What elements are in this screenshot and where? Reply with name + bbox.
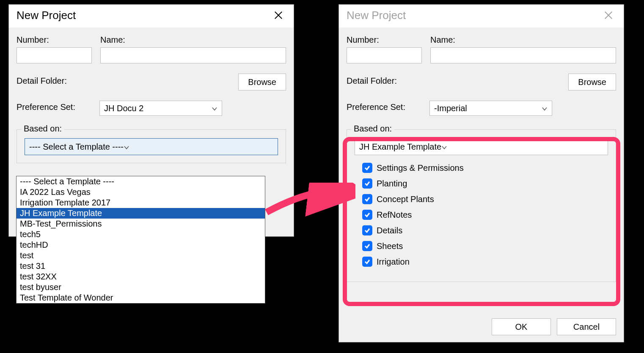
based-on-group: Based on: JH Example Template Settings &… bbox=[347, 129, 616, 282]
template-dropdown-list[interactable]: ---- Select a Template ----IA 2022 Las V… bbox=[16, 176, 265, 304]
chevron-down-icon bbox=[441, 142, 447, 152]
check-row: Details bbox=[362, 225, 608, 235]
pref-set-value: JH Docu 2 bbox=[104, 104, 143, 113]
number-label: Number: bbox=[17, 35, 92, 45]
close-button[interactable] bbox=[601, 8, 616, 23]
chevron-down-icon bbox=[124, 142, 129, 152]
dropdown-option[interactable]: Test Template of Wonder bbox=[17, 293, 265, 303]
based-on-legend: Based on: bbox=[21, 124, 64, 134]
check-row: Settings & Permissions bbox=[362, 163, 608, 173]
based-on-group: Based on: ---- Select a Template ---- bbox=[17, 129, 286, 163]
check-label: Details bbox=[377, 226, 402, 235]
check-row: RefNotes bbox=[362, 210, 608, 220]
checkbox[interactable] bbox=[362, 225, 372, 235]
dropdown-option[interactable]: MB-Test_Permissions bbox=[17, 219, 265, 229]
dialog-new-project-right: New Project Number: Name: Detail Folder:… bbox=[339, 4, 624, 342]
check-row: Irrigation bbox=[362, 257, 608, 267]
detail-folder-label: Detail Folder: bbox=[347, 76, 429, 86]
check-icon bbox=[364, 243, 371, 249]
template-select[interactable]: JH Example Template bbox=[355, 138, 608, 155]
based-on-legend: Based on: bbox=[351, 124, 394, 134]
dropdown-option[interactable]: test bbox=[17, 250, 265, 261]
checkbox[interactable] bbox=[362, 194, 372, 204]
check-icon bbox=[364, 227, 371, 234]
browse-button[interactable]: Browse bbox=[238, 74, 286, 90]
check-icon bbox=[364, 211, 371, 218]
dialog-body: Number: Name: Detail Folder: Browse Pref… bbox=[339, 27, 624, 314]
pref-set-select[interactable]: JH Docu 2 bbox=[99, 101, 222, 116]
checkbox[interactable] bbox=[362, 178, 372, 189]
name-label: Name: bbox=[100, 35, 286, 45]
pref-set-value: -Imperial bbox=[434, 104, 467, 113]
dropdown-option[interactable]: tech5 bbox=[17, 229, 265, 240]
check-row: Sheets bbox=[362, 241, 608, 251]
checkbox[interactable] bbox=[362, 210, 372, 220]
check-icon bbox=[364, 196, 371, 202]
dropdown-option[interactable]: IA 2022 Las Vegas bbox=[17, 187, 265, 197]
name-input[interactable] bbox=[100, 47, 286, 63]
chevron-down-icon bbox=[212, 104, 217, 113]
dropdown-option[interactable]: JH Example Template bbox=[17, 208, 265, 219]
check-label: Sheets bbox=[377, 241, 403, 251]
dropdown-option[interactable]: test byuser bbox=[17, 282, 265, 293]
number-input[interactable] bbox=[17, 47, 92, 63]
ok-button[interactable]: OK bbox=[492, 318, 551, 335]
dropdown-option[interactable]: Irrigation Template 2017 bbox=[17, 197, 265, 208]
template-select-value: JH Example Template bbox=[359, 142, 441, 152]
check-label: Irrigation bbox=[377, 257, 410, 267]
check-icon bbox=[364, 180, 371, 187]
dropdown-option[interactable]: test 32XX bbox=[17, 271, 265, 282]
pref-set-label: Preference Set: bbox=[17, 102, 99, 112]
close-icon bbox=[274, 11, 283, 20]
titlebar: New Project bbox=[9, 5, 294, 27]
checkbox[interactable] bbox=[362, 257, 372, 267]
number-input[interactable] bbox=[347, 47, 422, 63]
dropdown-option[interactable]: ---- Select a Template ---- bbox=[17, 176, 265, 187]
check-icon bbox=[364, 258, 371, 265]
check-row: Concept Plants bbox=[362, 194, 608, 204]
pref-set-select[interactable]: -Imperial bbox=[429, 101, 552, 116]
number-label: Number: bbox=[347, 35, 422, 45]
titlebar: New Project bbox=[339, 5, 624, 27]
template-checklist: Settings & PermissionsPlantingConcept Pl… bbox=[355, 163, 608, 267]
checkbox[interactable] bbox=[362, 241, 372, 251]
template-select-value: ---- Select a Template ---- bbox=[29, 142, 124, 152]
close-icon bbox=[604, 11, 613, 20]
check-label: RefNotes bbox=[377, 210, 412, 220]
dialog-footer: OK Cancel bbox=[339, 314, 624, 342]
browse-button[interactable]: Browse bbox=[568, 74, 616, 90]
cancel-button[interactable]: Cancel bbox=[557, 318, 616, 335]
check-row: Planting bbox=[362, 178, 608, 189]
dialog-title: New Project bbox=[347, 9, 406, 22]
name-input[interactable] bbox=[430, 47, 616, 63]
check-label: Settings & Permissions bbox=[377, 163, 464, 173]
checkbox[interactable] bbox=[362, 163, 372, 173]
detail-folder-label: Detail Folder: bbox=[17, 76, 99, 86]
check-icon bbox=[364, 164, 371, 171]
check-label: Concept Plants bbox=[377, 194, 434, 204]
template-select[interactable]: ---- Select a Template ---- bbox=[25, 138, 278, 155]
dropdown-option[interactable]: techHD bbox=[17, 240, 265, 250]
check-label: Planting bbox=[377, 179, 407, 189]
dropdown-option[interactable]: test 31 bbox=[17, 261, 265, 271]
detail-folder-value bbox=[429, 74, 564, 90]
dialog-title: New Project bbox=[17, 9, 76, 22]
chevron-down-icon bbox=[542, 104, 548, 113]
detail-folder-value bbox=[99, 74, 234, 90]
close-button[interactable] bbox=[271, 8, 286, 23]
name-label: Name: bbox=[430, 35, 616, 45]
pref-set-label: Preference Set: bbox=[347, 102, 429, 112]
